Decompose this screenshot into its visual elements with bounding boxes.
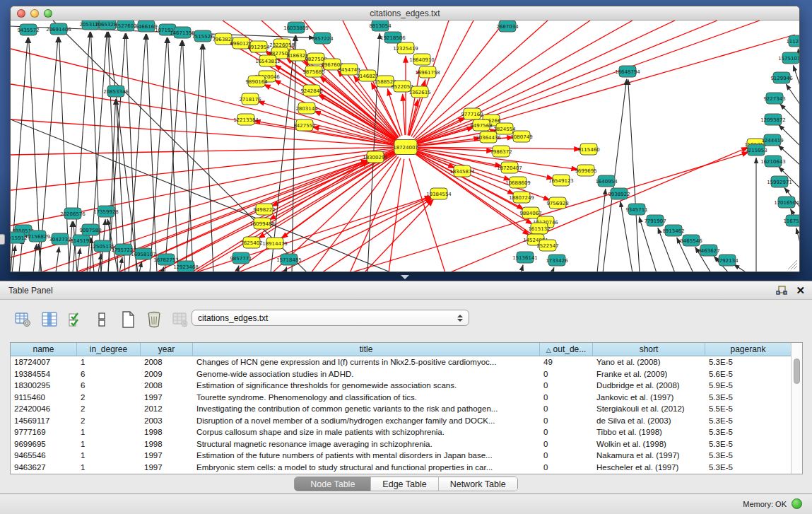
graph-node-label: 8912954: [247, 45, 270, 50]
graph-node-label: 12093872: [760, 117, 786, 123]
graph-node-label: 12156829: [25, 234, 50, 240]
table-panel-header: Table Panel ✕: [0, 281, 812, 300]
memory-status-icon: [792, 498, 802, 509]
table-cell: 5.9E-5: [705, 380, 791, 392]
table-header-row: namein_degreeyeartitle△out_de...shortpag…: [11, 343, 791, 356]
graph-node-label: 8913462: [662, 228, 684, 234]
citation-edge-red: [417, 21, 760, 143]
table-cell: 6: [77, 380, 141, 392]
graph-node-label: 7986372: [490, 149, 512, 155]
sort-ascending-icon: △: [546, 346, 551, 354]
close-panel-icon[interactable]: ✕: [796, 284, 805, 297]
table-cell: 5.5E-5: [705, 403, 791, 415]
column-header-title[interactable]: title: [193, 343, 540, 356]
network-canvas[interactable]: 1872400779638228960128891295423226058982…: [11, 21, 799, 271]
table-row[interactable]: 969969511998Structural magnetic resonanc…: [11, 438, 791, 450]
graph-node-label: 1112753: [786, 39, 799, 45]
graph-node-label: 20206576: [60, 211, 86, 217]
cytoscape-desktop: citations_edges.txt 18724007796382289601…: [0, 0, 812, 281]
citation-edge-black: [552, 267, 554, 271]
table-row[interactable]: 977716911998Corpus callosum shape and si…: [11, 426, 791, 438]
table-cell: 0: [540, 426, 593, 438]
citation-edge-black: [203, 44, 213, 271]
splitter-handle-icon[interactable]: [401, 275, 409, 279]
column-header-out_de[interactable]: △out_de...: [540, 343, 593, 356]
table-cell: 18724007: [11, 356, 77, 368]
table-cell: 1997: [141, 462, 193, 474]
table-selector-value: citations_edges.txt: [198, 313, 268, 323]
table-cell: 0: [540, 368, 593, 380]
graph-node-label: 2803144: [295, 106, 318, 112]
graph-node-label: 8522057: [391, 84, 413, 90]
select-all-rows-icon[interactable]: [66, 310, 85, 329]
graph-node-label: 16210643: [760, 159, 786, 165]
side-panel-grip[interactable]: [0, 234, 5, 245]
new-column-icon[interactable]: [119, 310, 137, 329]
table-row[interactable]: 1456911722003Disruption of a novel membe…: [11, 415, 791, 427]
column-edit-icon[interactable]: [40, 310, 59, 329]
table-body: 1872400712008Changes of HCN gene express…: [11, 356, 791, 473]
dropdown-arrows-icon: [457, 315, 463, 322]
rows-icon[interactable]: [93, 310, 111, 329]
table-row[interactable]: 911546021997Tourette syndrome. Phenomeno…: [11, 392, 791, 404]
table-cell: Estimation of significance thresholds fo…: [193, 380, 540, 392]
table-panel-title: Table Panel: [8, 286, 53, 296]
table-cell: Dudbridge et al. (2008): [593, 380, 705, 392]
citation-edge-red: [155, 160, 368, 271]
table-cell: 2003: [141, 415, 193, 427]
float-panel-icon[interactable]: [776, 285, 787, 296]
table-settings-icon[interactable]: [14, 310, 33, 329]
table-cell: Disruption of a novel member of a sodium…: [193, 415, 540, 427]
delete-column-icon[interactable]: [145, 310, 163, 329]
column-header-short[interactable]: short: [593, 343, 705, 356]
graph-node-label: 2522547: [536, 243, 558, 249]
table-cell: 9465546: [11, 450, 77, 462]
table-cell: 2: [77, 415, 141, 427]
graph-node-label: 9227343: [763, 96, 785, 102]
table-cell: 2008: [141, 356, 193, 368]
graph-node-label: 18300295: [363, 155, 388, 160]
table-cell: Jankovic et al. (1997): [593, 392, 705, 404]
graph-node-label: 20691406: [46, 27, 71, 33]
table-cell: 0: [540, 392, 593, 404]
graph-node-label: 15751074: [778, 56, 799, 62]
table-cell: 9777169: [11, 426, 77, 438]
tab-edge-table[interactable]: Edge Table: [370, 477, 437, 491]
table-selector-dropdown[interactable]: citations_edges.txt: [192, 310, 469, 326]
graph-node-label: 6497568: [470, 123, 492, 129]
delete-table-disabled-icon: [171, 310, 189, 329]
table-scrollbar[interactable]: [791, 343, 802, 474]
table-row[interactable]: 946554611997Estimation of the future num…: [11, 450, 791, 462]
table-row[interactable]: 946362711997Embryonic stem cells: a mode…: [11, 462, 791, 474]
table-cell: 1998: [141, 426, 193, 438]
table-row[interactable]: 1830029562008Estimation of significance …: [11, 380, 791, 392]
column-header-name[interactable]: name: [11, 343, 77, 356]
graph-node-label: 9857771: [230, 256, 252, 262]
citation-network-graph[interactable]: 1872400779638228960128891295423226058982…: [11, 21, 799, 271]
table-scrollbar-thumb[interactable]: [794, 358, 800, 384]
citation-edge-black: [33, 244, 37, 271]
graph-node-label: 7515526: [192, 34, 214, 40]
graph-node-label: 1527602: [114, 23, 136, 29]
window-titlebar[interactable]: citations_edges.txt: [11, 6, 799, 21]
column-header-year[interactable]: year: [141, 343, 193, 356]
column-header-pagerank[interactable]: pagerank: [705, 343, 791, 356]
tab-node-table[interactable]: Node Table: [295, 477, 370, 491]
graph-node-label: 10688609: [505, 180, 531, 186]
table-cell: 0: [540, 450, 593, 462]
table-cell: 5.6E-5: [705, 368, 791, 380]
table-tabs: Node TableEdge TableNetwork Table: [0, 477, 812, 492]
citation-edge-red: [417, 21, 717, 143]
table-cell: 5.3E-5: [705, 415, 791, 427]
graph-node-label: 2687034: [496, 24, 519, 30]
resize-grip-icon[interactable]: [791, 263, 797, 269]
status-bar: Memory: OK: [0, 493, 812, 514]
column-header-in_degree[interactable]: in_degree: [77, 343, 141, 356]
table-row[interactable]: 2242004622012Investigating the contribut…: [11, 403, 791, 415]
graph-node-label: 8427552: [293, 123, 315, 129]
table-row[interactable]: 1938455462009Genome-wide association stu…: [11, 368, 791, 380]
graph-node-label: 16033809: [283, 25, 309, 31]
tab-network-table[interactable]: Network Table: [438, 477, 517, 491]
table-cell: 9699695: [11, 438, 77, 450]
table-row[interactable]: 1872400712008Changes of HCN gene express…: [11, 356, 791, 368]
